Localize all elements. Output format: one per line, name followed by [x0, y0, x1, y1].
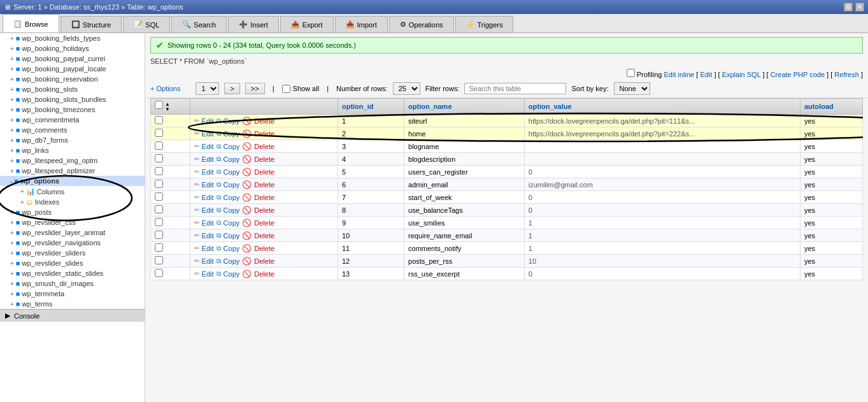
- nav-next-btn[interactable]: >: [224, 83, 239, 94]
- delete-action[interactable]: Delete: [254, 219, 274, 227]
- edit-action[interactable]: Edit: [202, 181, 214, 189]
- row-checkbox[interactable]: [155, 167, 163, 175]
- row-checkbox[interactable]: [155, 256, 163, 264]
- copy-action[interactable]: Copy: [224, 130, 240, 138]
- edit-action[interactable]: Edit: [202, 168, 214, 176]
- sidebar-item-wp_options[interactable]: - ■ wp_options: [0, 176, 145, 186]
- row-checkbox[interactable]: [155, 218, 163, 226]
- row-checkbox[interactable]: [155, 129, 163, 137]
- col-option-value[interactable]: option_value: [524, 99, 800, 115]
- sidebar-item-wp_litespeed_img_optm[interactable]: + ■ wp_litespeed_img_optm: [0, 155, 145, 166]
- tab-search[interactable]: 🔍 Search: [171, 16, 227, 32]
- delete-action[interactable]: Delete: [254, 232, 274, 240]
- sidebar-item-wp_revslider_layer_animat[interactable]: + ■ wp_revslider_layer_animat: [0, 227, 145, 238]
- close-icon[interactable]: ✕: [855, 3, 864, 11]
- sidebar-item-wp_revslider_navigations[interactable]: + ■ wp_revslider_navigations: [0, 238, 145, 248]
- sidebar-item-wp_termmeta[interactable]: + ■ wp_termmeta: [0, 289, 145, 299]
- sidebar-item-wp_booking_timezones[interactable]: + ■ wp_booking_timezones: [0, 104, 145, 115]
- create-php-link[interactable]: Create PHP code: [771, 71, 825, 78]
- tab-insert[interactable]: ➕ Insert: [228, 16, 279, 32]
- edit-action[interactable]: Edit: [202, 155, 214, 163]
- delete-action[interactable]: Delete: [254, 143, 274, 150]
- sidebar-item-wp_commentmeta[interactable]: + ■ wp_commentmeta: [0, 115, 145, 125]
- sidebar-item-wp_booking_holidays[interactable]: + ■ wp_booking_holidays: [0, 43, 145, 54]
- sidebar-item-wp_booking_fields_types[interactable]: + ■ wp_booking_fields_types: [0, 33, 145, 43]
- edit-action[interactable]: Edit: [202, 245, 214, 252]
- edit-action[interactable]: Edit: [202, 257, 214, 265]
- sidebar-item-wp_links[interactable]: + ■ wp_links: [0, 145, 145, 155]
- delete-action[interactable]: Delete: [254, 206, 274, 214]
- edit-action[interactable]: Edit: [202, 232, 214, 240]
- edit-inline-link[interactable]: Edit inline: [664, 71, 695, 78]
- edit-action[interactable]: Edit: [202, 194, 214, 201]
- row-checkbox[interactable]: [155, 154, 163, 162]
- copy-action[interactable]: Copy: [224, 117, 240, 125]
- delete-action[interactable]: Delete: [254, 270, 274, 278]
- rows-select[interactable]: 25: [393, 82, 420, 95]
- edit-link[interactable]: Edit: [700, 71, 712, 78]
- search-input[interactable]: [464, 83, 566, 94]
- tab-triggers[interactable]: ⚡ Triggers: [455, 16, 514, 32]
- row-checkbox[interactable]: [155, 141, 163, 150]
- options-link[interactable]: + Options: [150, 85, 180, 92]
- console-bar[interactable]: ▶ Console: [0, 309, 145, 322]
- sidebar-item-wp_revslider_static_slides[interactable]: + ■ wp_revslider_static_slides: [0, 268, 145, 278]
- copy-action[interactable]: Copy: [224, 194, 240, 201]
- row-checkbox[interactable]: [155, 243, 163, 252]
- copy-action[interactable]: Copy: [224, 155, 240, 163]
- copy-action[interactable]: Copy: [224, 232, 240, 240]
- sidebar-item-indexes[interactable]: + 🗂 Indexes: [0, 197, 145, 207]
- show-all-checkbox[interactable]: [282, 85, 290, 93]
- sidebar-item-wp_revslider_css[interactable]: + ■ wp_revslider_css: [0, 217, 145, 227]
- page-select[interactable]: 1: [196, 82, 219, 95]
- sidebar-item-columns[interactable]: + 📊 Columns: [0, 186, 145, 197]
- copy-action[interactable]: Copy: [224, 181, 240, 189]
- delete-action[interactable]: Delete: [254, 181, 274, 189]
- tab-import[interactable]: 📥 Import: [335, 16, 388, 32]
- row-checkbox[interactable]: [155, 269, 163, 277]
- copy-action[interactable]: Copy: [224, 219, 240, 227]
- row-checkbox[interactable]: [155, 205, 163, 213]
- copy-action[interactable]: Copy: [224, 270, 240, 278]
- sidebar-item-wp_revslider_sliders[interactable]: + ■ wp_revslider_sliders: [0, 248, 145, 258]
- sidebar-item-wp_posts[interactable]: + ■ wp_posts: [0, 207, 145, 217]
- nav-end-btn[interactable]: >>: [245, 83, 265, 94]
- col-option-id[interactable]: option_id: [338, 99, 404, 115]
- refresh-link[interactable]: Refresh: [834, 71, 859, 78]
- sidebar-item-wp_booking_slots[interactable]: + ■ wp_booking_slots: [0, 84, 145, 94]
- tab-export[interactable]: 📤 Export: [280, 16, 334, 32]
- sidebar-item-wp_litespeed_optimizer[interactable]: + ■ wp_litespeed_optimizer: [0, 166, 145, 176]
- copy-action[interactable]: Copy: [224, 245, 240, 252]
- edit-action[interactable]: Edit: [202, 219, 214, 227]
- sidebar-item-wp_booking_paypal_currei[interactable]: + ■ wp_booking_paypal_currei: [0, 54, 145, 64]
- copy-action[interactable]: Copy: [224, 143, 240, 150]
- copy-action[interactable]: Copy: [224, 206, 240, 214]
- delete-action[interactable]: Delete: [254, 194, 274, 201]
- sidebar-item-wp_booking_paypal_locale[interactable]: + ■ wp_booking_paypal_locale: [0, 64, 145, 74]
- sidebar-item-wp_booking_slots_bundles[interactable]: + ■ wp_booking_slots_bundles: [0, 94, 145, 104]
- sort-select[interactable]: None: [614, 82, 650, 95]
- edit-action[interactable]: Edit: [202, 143, 214, 150]
- select-all-checkbox[interactable]: [155, 101, 163, 109]
- col-autoload[interactable]: autoload: [800, 99, 862, 115]
- edit-action[interactable]: Edit: [202, 130, 214, 138]
- delete-action[interactable]: Delete: [254, 130, 274, 138]
- copy-action[interactable]: Copy: [224, 257, 240, 265]
- copy-action[interactable]: Copy: [224, 168, 240, 176]
- sidebar-item-wp_db7_forms[interactable]: + ■ wp_db7_forms: [0, 135, 145, 145]
- edit-action[interactable]: Edit: [202, 270, 214, 278]
- row-checkbox[interactable]: [155, 231, 163, 239]
- sidebar-item-wp_smush_dir_images[interactable]: + ■ wp_smush_dir_images: [0, 278, 145, 289]
- row-checkbox[interactable]: [155, 180, 163, 188]
- sidebar-item-wp_revslider_slides[interactable]: + ■ wp_revslider_slides: [0, 258, 145, 268]
- tab-sql[interactable]: 📝 SQL: [123, 16, 170, 32]
- delete-action[interactable]: Delete: [254, 245, 274, 252]
- edit-action[interactable]: Edit: [202, 206, 214, 214]
- sidebar-item-wp_terms[interactable]: + ■ wp_terms: [0, 299, 145, 309]
- tab-browse[interactable]: 📋 Browse: [3, 14, 59, 32]
- delete-action[interactable]: Delete: [254, 257, 274, 265]
- row-checkbox[interactable]: [155, 192, 163, 201]
- delete-action[interactable]: Delete: [254, 155, 274, 163]
- col-option-name[interactable]: option_name: [404, 99, 525, 115]
- profiling-checkbox[interactable]: [627, 69, 635, 77]
